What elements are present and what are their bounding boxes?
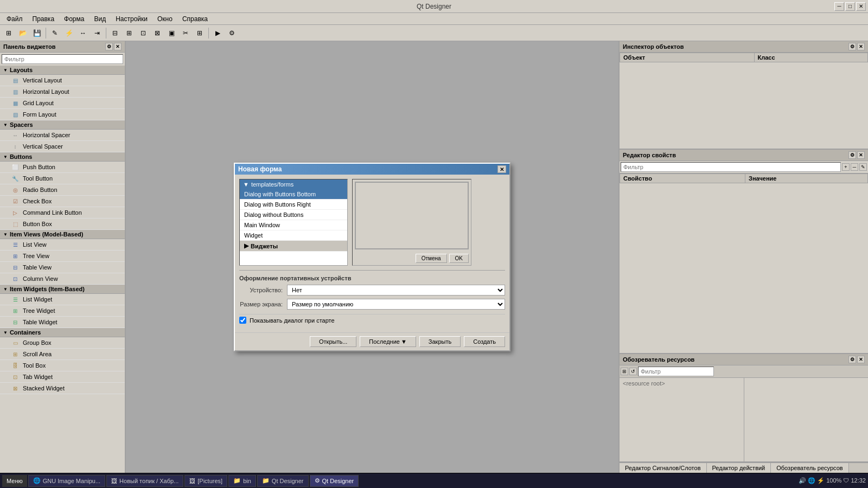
toolbar-layout-s[interactable]: ▣ [165,27,178,40]
toolbar-tab[interactable]: ⇥ [91,27,104,40]
maximize-btn[interactable]: □ [845,2,855,11]
resource-browser-close[interactable]: ✕ [857,356,865,363]
screen-select[interactable]: Размер по умолчанию [287,299,505,310]
widget-tab-widget[interactable]: ⊡ Tab Widget [0,371,125,383]
widget-table-view[interactable]: ⊟ Table View [0,262,125,273]
object-inspector-close[interactable]: ✕ [857,43,865,50]
widget-filter-input[interactable] [2,54,123,64]
close-btn[interactable]: ✕ [856,2,866,11]
prop-edit-btn[interactable]: ✎ [859,163,867,171]
toolbar-signal[interactable]: ⚡ [62,27,75,40]
category-spacers[interactable]: ▼ Spacers [0,120,125,130]
resource-filter-input[interactable] [638,367,714,376]
category-buttons[interactable]: ▼ Buttons [0,152,125,162]
menu-window[interactable]: Окно [153,14,177,24]
taskbar-item-3[interactable]: 📁 bin [228,475,256,487]
toolbar-layout-h[interactable]: ⊟ [108,27,122,40]
property-editor-close[interactable]: ✕ [857,151,865,159]
widget-grid-layout[interactable]: ▦ Grid Layout [0,98,125,109]
taskbar-item-0[interactable]: 🌐 GNU Image Manipu... [28,475,105,487]
widget-table-widget[interactable]: ⊟ Table Widget [0,317,125,328]
menu-file[interactable]: Файл [2,14,27,24]
category-item-widgets[interactable]: ▼ Item Widgets (Item-Based) [0,285,125,294]
resource-new-btn[interactable]: ⊞ [621,368,628,375]
widget-tree-view[interactable]: ⊞ Tree View [0,251,125,262]
modal-close-btn[interactable]: ✕ [497,165,506,173]
resource-root-item[interactable]: <resource root> [621,379,743,388]
menu-edit[interactable]: Правка [28,14,59,24]
device-select[interactable]: Нет [287,285,505,296]
widget-tree-widget[interactable]: ⊞ Tree Widget [0,305,125,317]
tree-item-dialog-bottom[interactable]: Dialog with Buttons Bottom [240,189,347,200]
tree-item-main-window[interactable]: Main Window [240,220,347,230]
category-layouts[interactable]: ▼ Layouts [0,66,125,75]
category-item-views[interactable]: ▼ Item Views (Model-Based) [0,230,125,239]
tab-signals-slots[interactable]: Редактор Сигналов/Слотов [620,463,707,473]
toolbar-widget-edit[interactable]: ✎ [48,27,61,40]
taskbar-item-2[interactable]: 🖼 [Pictures] [184,475,227,487]
widget-panel-close[interactable]: ✕ [114,43,122,50]
taskbar-item-qt[interactable]: ⚙ Qt Designer [310,475,359,487]
prop-remove-btn[interactable]: ─ [851,163,858,171]
create-btn[interactable]: Создать [464,336,505,347]
widget-group-box[interactable]: ▭ Group Box [0,337,125,349]
tree-item-widget[interactable]: Widget [240,230,347,241]
widget-list-widget[interactable]: ☰ List Widget [0,294,125,305]
widget-tool-button[interactable]: 🔧 Tool Button [0,173,125,184]
toolbar-new[interactable]: ⊞ [2,27,15,40]
toolbar-layout-f[interactable]: ⊠ [151,27,164,40]
widget-check-box[interactable]: ☑ Check Box [0,196,125,207]
toolbar-open[interactable]: 📂 [16,27,29,40]
widget-tool-box[interactable]: 🗄 Tool Box [0,360,125,371]
property-editor-configure[interactable]: ⚙ [848,151,856,159]
toolbar-break[interactable]: ✂ [179,27,192,40]
toolbar-save[interactable]: 💾 [30,27,43,40]
widget-panel-configure[interactable]: ⚙ [105,43,113,50]
taskbar-start[interactable]: Меню [2,475,27,487]
widget-column-view[interactable]: ⊡ Column View [0,273,125,285]
tree-item-dialog-right[interactable]: Dialog with Buttons Right [240,200,347,210]
category-containers[interactable]: ▼ Containers [0,328,125,337]
widget-vertical-layout[interactable]: ▤ Vertical Layout [0,75,125,86]
resource-refresh-btn[interactable]: ↺ [629,368,637,375]
toolbar-adjust[interactable]: ⊞ [193,27,206,40]
widget-horizontal-spacer[interactable]: ↔ Horizontal Spacer [0,130,125,141]
toolbar-layout-g[interactable]: ⊡ [137,27,150,40]
tab-resources[interactable]: Обозреватель ресурсов [771,463,848,473]
preview-ok-btn[interactable]: OK [449,254,469,263]
widget-command-link-button[interactable]: ▷ Command Link Button [0,207,125,219]
widget-push-button[interactable]: ⬜ Push Button [0,162,125,173]
toolbar-layout-v[interactable]: ⊞ [123,27,136,40]
prop-add-btn[interactable]: + [842,163,850,171]
widget-radio-button[interactable]: ◎ Radio Button [0,184,125,196]
menu-view[interactable]: Вид [90,14,110,24]
toolbar-buddy[interactable]: ↔ [76,27,90,40]
prop-filter-input[interactable] [621,162,841,172]
preview-cancel-btn[interactable]: Отмена [416,254,447,263]
toolbar-preview[interactable]: ▶ [211,27,224,40]
taskbar-item-4[interactable]: 📁 Qt Designer [257,475,309,487]
menu-form[interactable]: Форма [60,14,88,24]
widget-scroll-area[interactable]: ⊞ Scroll Area [0,349,125,360]
close-dialog-btn[interactable]: Закрыть [419,336,461,347]
tree-item-widgets[interactable]: ▶ Виджеты [240,241,347,252]
menu-settings[interactable]: Настройки [111,14,152,24]
widget-button-box[interactable]: ⬚ Button Box [0,219,125,230]
widget-vertical-spacer[interactable]: ↕ Vertical Spacer [0,141,125,152]
minimize-btn[interactable]: ─ [834,2,844,11]
menu-help[interactable]: Справка [178,14,212,24]
widget-list-view[interactable]: ☰ List View [0,239,125,251]
widget-stacked-widget[interactable]: ⊠ Stacked Widget [0,383,125,394]
resource-browser-configure[interactable]: ⚙ [848,356,856,363]
show-dialog-checkbox[interactable] [239,317,246,324]
recent-btn[interactable]: Последние ▼ [360,336,416,347]
toolbar-settings2[interactable]: ⚙ [225,27,238,40]
widget-form-layout[interactable]: ▧ Form Layout [0,109,125,120]
object-inspector-configure[interactable]: ⚙ [848,43,856,50]
widget-horizontal-layout[interactable]: ▥ Horizontal Layout [0,86,125,98]
open-btn[interactable]: Открыть... [310,336,356,347]
canvas-area[interactable]: Новая форма ✕ ▼ templates/forms Dialog w… [126,41,618,473]
tab-actions[interactable]: Редактор действий [707,463,771,473]
taskbar-item-1[interactable]: 🖼 Новый топик / Хабр... [106,475,183,487]
tree-item-dialog-no-buttons[interactable]: Dialog without Buttons [240,210,347,220]
